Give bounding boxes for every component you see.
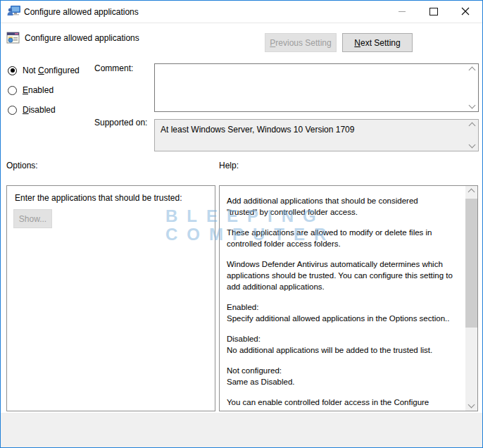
titlebar: Configure allowed applications [1, 1, 482, 23]
help-paragraph: These applications are allowed to modify… [227, 227, 461, 249]
supported-on-label: Supported on: [94, 118, 147, 127]
radio-icon [8, 106, 17, 115]
radio-label: Enabled [23, 85, 54, 95]
options-panel: Enter the applications that should be tr… [6, 185, 215, 411]
help-scrollbar[interactable] [465, 186, 477, 411]
comment-field[interactable] [154, 63, 479, 112]
help-panel: Add additional applications that should … [219, 185, 478, 411]
chevron-down-icon [468, 102, 475, 109]
scroll-up-button[interactable] [465, 186, 477, 198]
previous-setting-button[interactable]: Previous Setting [265, 33, 337, 52]
close-icon [461, 7, 470, 15]
window-title: Configure allowed applications [24, 7, 139, 17]
scroll-down-button[interactable] [465, 399, 477, 411]
radio-label: Disabled [23, 105, 56, 115]
supported-scrollbar [466, 120, 477, 150]
comment-label: Comment: [94, 63, 133, 73]
options-label: Options: [6, 161, 38, 170]
options-prompt: Enter the applications that should be tr… [15, 193, 182, 203]
supported-on-field: At least Windows Server, Windows 10 Vers… [154, 119, 479, 151]
comment-scrollbar[interactable] [466, 65, 477, 111]
dialog-window: Configure allowed applications Configure… [0, 0, 483, 448]
minimize-icon [399, 11, 406, 12]
minimize-button [386, 1, 418, 22]
radio-not-configured[interactable]: Not Configured [8, 65, 80, 76]
maximize-icon [429, 8, 438, 15]
radio-disabled[interactable]: Disabled [8, 104, 56, 116]
scrollbar-thumb[interactable] [465, 199, 477, 328]
help-paragraph: Disabled: No additional applications wil… [227, 333, 461, 356]
chevron-up-icon [468, 189, 475, 196]
help-paragraph: Add additional applications that should … [227, 195, 461, 218]
help-label: Help: [219, 161, 239, 170]
help-paragraph: Enabled: Specify additional allowed appl… [227, 301, 461, 324]
show-button[interactable]: Show... [13, 209, 52, 228]
help-paragraph: Not configured: Same as Disabled. [227, 365, 461, 387]
group-policy-app-icon [7, 6, 21, 18]
radio-enabled[interactable]: Enabled [8, 85, 54, 96]
help-paragraph: You can enable controlled folder access … [227, 397, 461, 408]
setting-title: Configure allowed applications [25, 33, 139, 43]
chevron-up-icon [468, 67, 475, 74]
policy-setting-icon [6, 32, 22, 45]
chevron-up-icon [468, 123, 475, 130]
help-paragraph: Windows Defender Antivirus automatically… [227, 259, 461, 292]
window-controls [386, 1, 481, 22]
chevron-down-icon [468, 402, 475, 409]
chevron-down-icon [468, 142, 475, 149]
radio-icon [8, 66, 17, 75]
close-button[interactable] [449, 1, 481, 22]
radio-icon [8, 86, 17, 95]
maximize-button[interactable] [418, 1, 449, 22]
footer: OK Cancel Apply [1, 413, 482, 448]
next-setting-button[interactable]: Next Setting [342, 33, 413, 52]
help-text: Add additional applications that should … [220, 186, 465, 411]
radio-label: Not Configured [23, 66, 80, 75]
supported-on-value: At least Windows Server, Windows 10 Vers… [161, 125, 354, 135]
